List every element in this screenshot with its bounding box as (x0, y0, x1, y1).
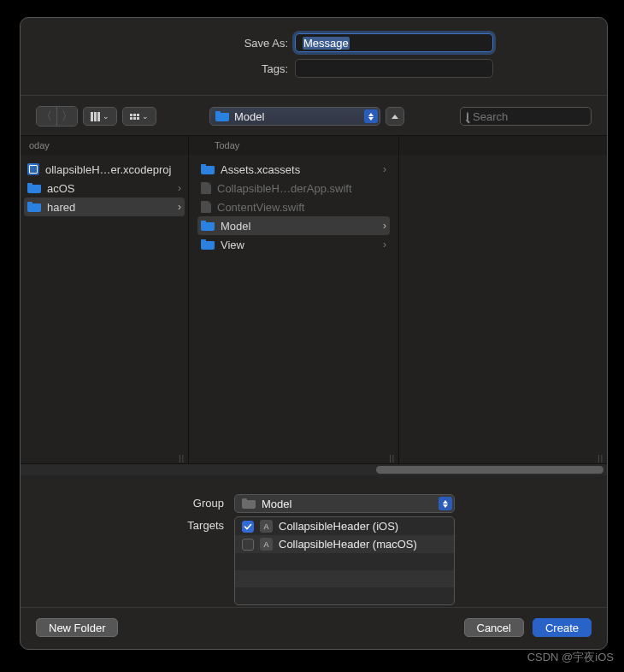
new-folder-button[interactable]: New Folder (36, 618, 118, 637)
chevron-right-icon: › (178, 182, 181, 194)
column-header (399, 136, 607, 155)
chevron-right-icon: › (383, 220, 386, 232)
chevron-right-icon: 〉 (62, 109, 73, 124)
group-label: Group (21, 494, 224, 510)
path-label: Model (234, 110, 359, 123)
folder-icon (215, 111, 229, 121)
file-browser: oday ollapsibleH…er.xcodeproj acOS › har… (21, 135, 607, 463)
file-row-folder[interactable]: View › (194, 235, 393, 254)
target-row-empty (235, 587, 454, 604)
check-icon (244, 522, 252, 531)
file-row-xcodeproj[interactable]: ollapsibleH…er.xcodeproj (21, 160, 188, 179)
browser-column-1[interactable]: oday ollapsibleH…er.xcodeproj acOS › har… (21, 136, 189, 463)
chevron-right-icon: › (178, 201, 181, 213)
cancel-button[interactable]: Cancel (464, 618, 524, 637)
app-icon: A (260, 538, 273, 551)
options-panel: Group Model Targets A CollapsibleHeader … (21, 475, 607, 607)
file-row-swift[interactable]: ContentView.swift (194, 197, 393, 216)
file-row-folder[interactable]: Assets.xcassets › (194, 160, 393, 179)
folder-icon (27, 183, 41, 193)
view-grid-button[interactable]: ⌄ (122, 107, 156, 126)
chevron-down-icon: ⌄ (103, 112, 109, 121)
folder-icon (201, 164, 215, 174)
search-icon (467, 112, 468, 121)
target-checkbox[interactable] (242, 521, 254, 533)
nav-back-button[interactable]: 〈 (37, 107, 56, 126)
folder-icon (242, 498, 256, 509)
columns-icon (91, 112, 100, 121)
collapse-toggle-button[interactable] (386, 107, 404, 126)
tags-input[interactable] (295, 59, 493, 78)
target-checkbox[interactable] (242, 539, 254, 551)
target-row[interactable]: A CollapsibleHeader (iOS) (235, 517, 454, 535)
column-resize-handle[interactable]: || (598, 454, 603, 463)
horizontal-scrollbar[interactable] (21, 463, 607, 475)
nav-forward-button[interactable]: 〉 (57, 107, 77, 126)
search-input[interactable] (473, 110, 616, 123)
target-row-empty (235, 570, 454, 587)
folder-icon (201, 239, 215, 250)
form-area: Save As: Message Tags: (21, 18, 607, 88)
column-header: oday (21, 136, 188, 155)
app-icon: A (260, 520, 273, 533)
save-dialog: Save As: Message Tags: 〈 〉 ⌄ ⌄ Model (20, 17, 608, 650)
scrollbar-thumb[interactable] (376, 466, 603, 474)
folder-icon (27, 202, 41, 212)
browser-column-2[interactable]: Today Assets.xcassets › CollapsibleH…der… (189, 136, 399, 463)
chevron-left-icon: 〈 (41, 109, 52, 124)
folder-icon (201, 221, 215, 231)
path-popup[interactable]: Model (209, 107, 380, 126)
dropdown-arrows-icon (439, 497, 452, 510)
targets-list: A CollapsibleHeader (iOS) A CollapsibleH… (234, 516, 455, 605)
targets-label: Targets (21, 516, 224, 532)
nav-back-forward: 〈 〉 (36, 106, 78, 127)
document-icon (201, 201, 211, 213)
file-row-folder-selected[interactable]: Model › (197, 216, 390, 235)
watermark: CSDN @宇夜iOS (527, 650, 614, 665)
column-resize-handle[interactable]: || (389, 454, 395, 463)
dialog-footer: New Folder Cancel Create (21, 608, 607, 649)
column-resize-handle[interactable]: || (179, 454, 185, 463)
tags-label: Tags: (134, 62, 288, 75)
dropdown-arrows-icon (364, 109, 378, 123)
xcodeproj-icon (27, 163, 39, 175)
browser-column-3[interactable]: || (399, 136, 607, 463)
target-name: CollapsibleHeader (macOS) (279, 538, 417, 551)
document-icon (201, 182, 211, 194)
file-row-swift[interactable]: CollapsibleH…derApp.swift (194, 179, 393, 197)
create-button[interactable]: Create (533, 618, 592, 637)
grid-icon (130, 114, 139, 120)
group-popup[interactable]: Model (234, 494, 455, 513)
file-row-folder[interactable]: acOS › (21, 179, 188, 197)
view-columns-button[interactable]: ⌄ (83, 107, 117, 126)
target-name: CollapsibleHeader (iOS) (279, 520, 398, 533)
chevron-right-icon: › (383, 163, 386, 175)
chevron-down-icon: ⌄ (142, 112, 149, 121)
chevron-right-icon: › (383, 239, 386, 251)
group-value: Model (262, 498, 433, 510)
target-row-empty (235, 553, 454, 570)
chevron-up-icon (391, 115, 398, 119)
save-as-input[interactable]: Message (295, 33, 493, 52)
save-as-label: Save As: (134, 37, 288, 50)
target-row[interactable]: A CollapsibleHeader (macOS) (235, 535, 454, 553)
search-field[interactable] (460, 107, 592, 126)
column-header: Today (189, 136, 398, 155)
toolbar: 〈 〉 ⌄ ⌄ Model (21, 96, 607, 135)
file-row-folder-selected[interactable]: hared › (24, 197, 185, 216)
